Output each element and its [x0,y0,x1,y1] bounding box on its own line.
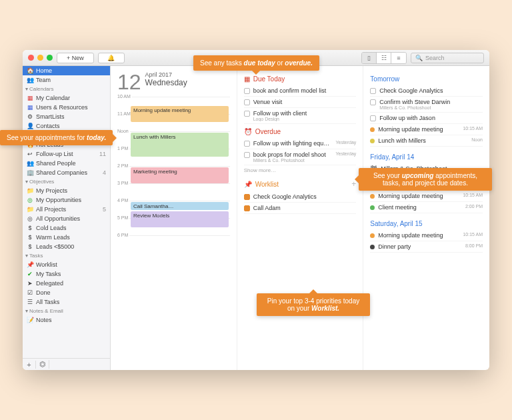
calendar-event[interactable]: Morning update meeting [131,106,229,122]
day-number: 12 [117,71,141,93]
checkbox[interactable] [244,99,250,105]
upcoming-row[interactable]: Check Google Analytics [370,85,483,97]
task-row[interactable]: Follow up with clientLogo Design [244,108,357,124]
calendar-event[interactable]: Call Samantha… [131,202,229,210]
sidebar-team[interactable]: 👥Team [23,75,110,85]
show-more[interactable]: Show more… [244,165,357,175]
checkbox[interactable] [244,88,250,94]
row-time: 10:15 AM [463,126,483,131]
callout-appointments: See your appointments for today. [0,130,113,145]
sidebar-warm-leads[interactable]: $Warm Leads [23,233,110,242]
row-time: 10:15 AM [463,232,483,237]
group-notes[interactable]: ▾ Notes & Email [23,307,110,315]
sidebar-all-projects[interactable]: 📁All Projects5 [23,205,110,214]
checkbox[interactable] [244,152,250,158]
sidebar-contacts[interactable]: 👤Contacts [23,121,110,131]
upcoming-row[interactable]: Morning update meeting10:15 AM [370,230,483,241]
event-dot [370,127,375,132]
seg-columns-icon[interactable]: ▯ [362,53,377,63]
sidebar-smartlists[interactable]: ⚙SmartLists [23,112,110,121]
task-row[interactable]: Follow up with lighting equ…Yesterday [244,138,357,149]
add-button[interactable]: + [23,361,36,369]
task-subtitle: Millers & Co. Photoshoot [253,158,333,163]
sidebar-delegated[interactable]: ➤Delegated [23,279,110,288]
sidebar-my-calendar[interactable]: ▦My Calendar [23,93,110,103]
seg-grid-icon[interactable]: ☷ [377,53,391,63]
checkbox[interactable] [370,88,376,94]
sidebar-home[interactable]: 🏠Home [23,66,110,75]
row-title: Lunch with Millers [378,137,468,144]
seg-list-icon[interactable]: ≡ [391,53,406,63]
timeline[interactable]: 10 AM11 AMNoon1 PM2 PM3 PM4 PM5 PM6 PMMo… [117,97,230,253]
task-row[interactable]: Check Google Analytics [244,191,357,203]
sidebar-my-opps[interactable]: ◎My Opportunities [23,195,110,205]
upcoming-row[interactable]: Confirm with Steve DarwinMillers & Co. P… [370,97,483,113]
new-button[interactable]: + New [57,53,94,63]
upcoming-row[interactable]: Morning update meeting10:15 AM [370,124,483,135]
checkbox[interactable] [244,194,250,200]
sidebar-my-projects[interactable]: 📁My Projects [23,186,110,195]
checkbox[interactable] [244,111,250,117]
calendar-icon: ▦ [244,75,250,83]
upcoming-row[interactable]: Dinner party8:00 PM [370,241,483,253]
close-icon[interactable] [28,55,34,61]
target-icon: ◎ [27,197,33,203]
task-row[interactable]: book props for model shootMillers & Co. … [244,149,357,165]
date-header: 12 April 2017 Wednesday [117,71,230,93]
callout-due-today: See any tasks due today or overdue. [193,55,319,71]
calendar-event[interactable]: Lunch with Millers [131,133,229,157]
task-row[interactable]: Venue visit [244,97,357,108]
group-tasks[interactable]: ▾ Tasks [23,251,110,260]
upcoming-row[interactable]: Client meeting2:00 PM [370,202,483,213]
sidebar-my-tasks[interactable]: ✔My Tasks [23,269,110,279]
home-icon: 🏠 [27,67,33,74]
checkbox[interactable] [370,99,376,105]
checkbox[interactable] [244,141,250,147]
event-dot [370,194,375,199]
task-row[interactable]: book and confirm model list [244,85,357,97]
upcoming-row[interactable]: Follow up with Jason [370,113,483,124]
task-subtitle: Logo Design [253,117,357,121]
event-dot [370,139,375,143]
search-input[interactable]: 🔍Search [411,53,484,63]
sidebar-done[interactable]: ☑Done [23,288,110,297]
clock-icon: ⏰ [244,128,252,135]
task-title: Follow up with lighting equ… [253,140,333,147]
minimize-icon[interactable] [37,55,43,61]
sidebar-shared-companies[interactable]: 🏢Shared Companies4 [23,168,110,177]
task-title: Follow up with client [253,110,357,117]
notifications-button[interactable]: 🔔 [98,53,125,63]
upcoming-row[interactable]: Morning update meeting10:15 AM [370,191,483,202]
sidebar-all-opps[interactable]: ◎All Opportunities [23,214,110,223]
sidebar-all-tasks[interactable]: ☰All Tasks [23,297,110,307]
sidebar-users-resources[interactable]: ▦Users & Resources [23,103,110,112]
group-calendars[interactable]: ▾ Calendars [23,85,110,93]
calendar-event[interactable]: Marketing meeting [131,167,229,183]
row-subtitle: Millers & Co. Photoshoot [379,105,483,110]
sidebar-leads-lt[interactable]: $Leads <$5000 [23,242,110,251]
sidebar-shared-people[interactable]: 👥Shared People [23,159,110,168]
sidebar-followup[interactable]: ↩Follow-up List11 [23,149,110,159]
settings-button[interactable]: ⏣ [36,360,49,369]
row-time: 2:00 PM [465,204,483,209]
task-title: book and confirm model list [253,87,357,94]
people-icon: 👥 [27,160,33,167]
view-switcher[interactable]: ▯ ☷ ≡ [361,52,407,64]
traffic-lights[interactable] [28,55,53,61]
tasks-column: ▦Due Today book and confirm model listVe… [237,66,364,370]
folder-icon: 📁 [27,187,33,194]
sidebar-notes[interactable]: 📝Notes [23,315,110,325]
upcoming-row[interactable]: Lunch with MillersNoon [370,135,483,147]
calendar-event[interactable]: Review Models [131,211,229,227]
sidebar-cold-leads[interactable]: $Cold Leads [23,223,110,233]
task-row[interactable]: Call Adam [244,203,357,214]
zoom-icon[interactable] [47,55,53,61]
checkbox[interactable] [370,115,376,121]
tomorrow-header: Tomorrow [370,75,483,83]
upcoming-column: Tomorrow Check Google AnalyticsConfirm w… [363,66,489,370]
weekday: Wednesday [145,78,187,87]
sidebar-worklist[interactable]: 📌Worklist [23,260,110,269]
group-objectives[interactable]: ▾ Objectives [23,177,110,186]
checkbox[interactable] [244,205,250,211]
forward-icon: ➤ [27,280,33,287]
